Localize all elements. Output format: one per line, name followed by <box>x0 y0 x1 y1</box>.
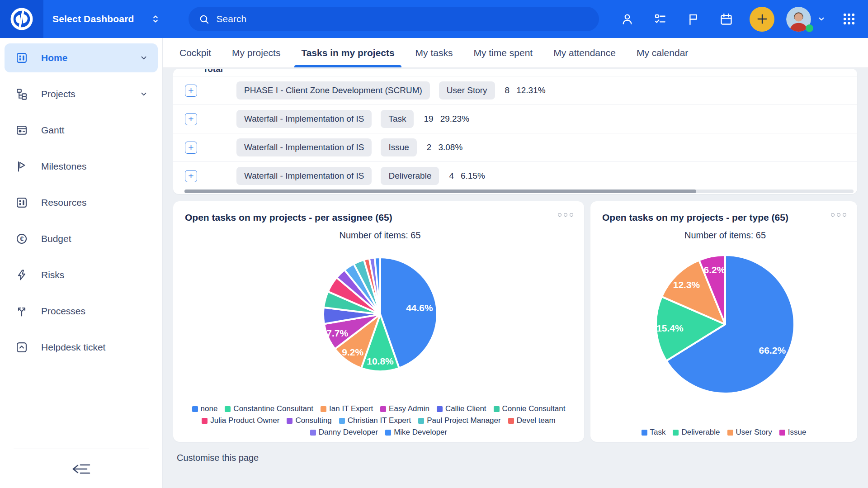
sidebar-item-resources[interactable]: Resources <box>5 188 158 217</box>
table-row: + PHASE I - Client Zone Development (SCR… <box>173 76 857 104</box>
sidebar-item-projects[interactable]: Projects <box>5 80 158 109</box>
card-menu-button[interactable] <box>558 213 573 217</box>
legend-label: Constantine Consultant <box>233 404 313 413</box>
tab-my-projects[interactable]: My projects <box>232 38 280 67</box>
horizontal-scrollbar-thumb[interactable] <box>184 190 696 193</box>
legend-label: Christian IT Expert <box>348 416 411 425</box>
legend-item: Paul Project Manager <box>418 416 500 425</box>
flag-icon[interactable] <box>686 12 700 26</box>
collapse-arrow-icon <box>71 460 91 478</box>
legend-swatch <box>192 406 198 412</box>
chevron-down-icon[interactable] <box>816 14 826 24</box>
user-avatar[interactable] <box>786 7 811 32</box>
tab-my-tasks[interactable]: My tasks <box>415 38 453 67</box>
legend-swatch <box>727 430 733 436</box>
task-count: 19 <box>424 114 433 124</box>
table-total-label: Total <box>203 69 223 74</box>
sidebar-item-helpdesk-ticket[interactable]: Helpdesk ticket <box>5 333 158 362</box>
legend-item: Constantine Consultant <box>225 404 313 413</box>
legend-swatch <box>310 430 316 436</box>
expand-row-button[interactable]: + <box>185 170 197 182</box>
calendar-icon[interactable] <box>719 12 733 26</box>
legend-swatch <box>225 406 231 412</box>
legend-item: Christian IT Expert <box>339 416 411 425</box>
legend-item: Deliverable <box>673 428 720 437</box>
tab-cockpit[interactable]: Cockpit <box>179 38 211 67</box>
legend-label: Deliverable <box>681 428 720 437</box>
tab-my-time-spent[interactable]: My time spent <box>473 38 533 67</box>
quick-add-button[interactable] <box>750 7 774 32</box>
chart-title: Open tasks on my projects - per assignee… <box>185 212 575 223</box>
legend-label: Task <box>650 428 666 437</box>
legend-swatch <box>779 430 785 436</box>
legend-item: User Story <box>727 428 772 437</box>
legend-swatch <box>673 430 679 436</box>
expand-row-button[interactable]: + <box>185 113 197 125</box>
project-name-pill[interactable]: Waterfall - Implementation of IS <box>236 167 372 185</box>
sidebar-item-label: Gantt <box>41 125 139 136</box>
profile-icon[interactable] <box>620 12 634 26</box>
tab-my-attendance[interactable]: My attendance <box>553 38 616 67</box>
gantt-icon <box>15 124 28 137</box>
sidebar-item-budget[interactable]: € Budget <box>5 224 158 253</box>
chevron-down-icon[interactable] <box>139 89 149 99</box>
legend-item: Callie Client <box>437 404 486 413</box>
sidebar-item-milestones[interactable]: Milestones <box>5 152 158 181</box>
card-menu-button[interactable] <box>831 213 846 217</box>
sidebar-item-gantt[interactable]: Gantt <box>5 116 158 145</box>
legend-item: Easy Admin <box>380 404 429 413</box>
search-icon <box>198 14 210 25</box>
dashboard-tabs: CockpitMy projectsTasks in my projectsMy… <box>163 38 868 68</box>
chevron-up-down-icon <box>150 13 161 25</box>
legend-label: Danny Developer <box>319 428 378 437</box>
milestones-icon <box>15 160 28 173</box>
legend-swatch <box>202 418 208 424</box>
legend-label: none <box>201 404 218 413</box>
brand-logo-icon <box>9 7 34 31</box>
task-percent: 3.08% <box>438 142 462 152</box>
pie-percent-label: 66.2% <box>759 345 786 355</box>
horizontal-scrollbar <box>184 190 854 193</box>
sidebar-item-risks[interactable]: Risks <box>5 261 158 289</box>
pie-percent-label: 10.8% <box>367 356 394 366</box>
sidebar-item-processes[interactable]: Processes <box>5 297 158 326</box>
sidebar-item-home[interactable]: Home <box>5 43 158 72</box>
app-logo[interactable] <box>0 0 43 38</box>
chart-subtitle: Number of items: 65 <box>185 230 575 241</box>
task-percent: 12.31% <box>516 85 545 95</box>
legend-swatch <box>642 430 647 436</box>
tab-my-calendar[interactable]: My calendar <box>637 38 688 67</box>
helpdesk-icon <box>15 341 28 354</box>
project-name-pill[interactable]: Waterfall - Implementation of IS <box>236 110 372 128</box>
app-root: Select Dashboard Search <box>0 0 868 488</box>
dashboard-selector[interactable]: Select Dashboard <box>52 13 161 25</box>
sidebar-item-label: Processes <box>41 306 139 317</box>
task-type-pill: Deliverable <box>381 167 439 185</box>
chevron-down-icon[interactable] <box>139 53 149 63</box>
legend-swatch <box>321 406 326 412</box>
sidebar-collapse-button[interactable] <box>71 460 91 478</box>
sidebar-item-label: Milestones <box>41 161 139 172</box>
task-type-pill: Issue <box>381 138 416 156</box>
legend-swatch <box>380 406 386 412</box>
dashboard-content: Total + PHASE I - Client Zone Developmen… <box>163 68 868 488</box>
task-list-icon[interactable] <box>653 12 667 26</box>
legend-swatch <box>494 406 500 412</box>
project-name-pill[interactable]: Waterfall - Implementation of IS <box>236 138 372 156</box>
charts-row: Open tasks on my projects - per assignee… <box>173 201 857 442</box>
tasks-summary-table: Total + PHASE I - Client Zone Developmen… <box>173 69 857 194</box>
search-input[interactable]: Search <box>189 7 599 31</box>
expand-row-button[interactable]: + <box>185 142 197 154</box>
expand-row-button[interactable]: + <box>185 85 197 97</box>
legend-label: Issue <box>788 428 807 437</box>
project-name-pill[interactable]: PHASE I - Client Zone Development (SCRUM… <box>236 81 430 99</box>
tab-tasks-in-my-projects[interactable]: Tasks in my projects <box>301 38 394 67</box>
pie-percent-label: 9.2% <box>342 347 363 357</box>
apps-grid-icon[interactable] <box>842 12 856 26</box>
customise-page-link[interactable]: Customise this page <box>177 453 259 463</box>
pie-percent-label: 7.7% <box>326 328 348 338</box>
legend-label: Consulting <box>295 416 331 425</box>
pie-percent-label: 12.3% <box>673 280 700 290</box>
dashboard-selector-label: Select Dashboard <box>52 14 134 24</box>
pie-percent-label: 15.4% <box>656 323 684 333</box>
